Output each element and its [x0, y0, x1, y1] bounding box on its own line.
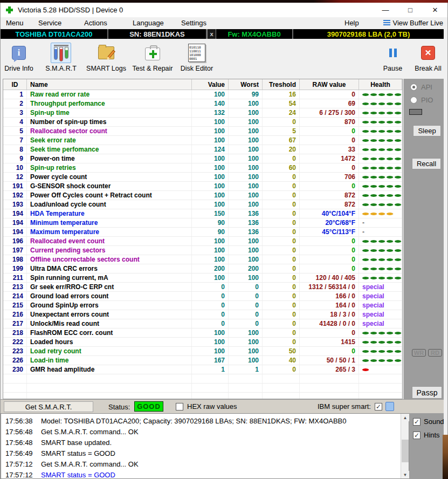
passp-button[interactable]: Passp: [412, 386, 442, 399]
smart-table-row[interactable]: 8Seek time perfomance1241002033: [3, 145, 402, 154]
health-dot-icon: [362, 268, 369, 270]
cell-name: Unlock/Mis read count: [27, 319, 192, 328]
smart-table-row[interactable]: 216Unexpectant errors count00018 / 3 / 0…: [3, 310, 402, 319]
smart-table-row[interactable]: 198Offline uncorrectable sectors count10…: [3, 255, 402, 264]
cell-worst: 100: [229, 191, 263, 200]
screen: Victoria 5.28 HDD/SSD | Device 0 — □ ✕ M…: [0, 0, 448, 479]
menu-item-actions[interactable]: Actions: [84, 19, 107, 27]
api-radio[interactable]: [410, 84, 417, 91]
sleep-button[interactable]: Sleep: [413, 125, 441, 136]
menu-item-settings[interactable]: Settings: [181, 19, 206, 27]
scrollbar-thumb[interactable]: [402, 440, 409, 462]
smart-table-row[interactable]: 1Raw read error rate10099160: [3, 90, 402, 99]
pause-button[interactable]: Pause: [378, 43, 408, 72]
smart-table-row[interactable]: 214Ground load errors count000166 / 0spe…: [3, 292, 402, 301]
cell-raw-value: 1312 / 56314 / 0: [300, 283, 359, 291]
menu-item-menu[interactable]: Menu: [6, 19, 24, 27]
smart-table-row[interactable]: 193Load/unload cycle count1001000872: [3, 200, 402, 209]
hints-checkbox[interactable]: ✓: [413, 432, 421, 439]
disk-editor-button[interactable]: 010110 110011 101000 0001 Disk Editor: [176, 43, 217, 72]
blue-indicator-square[interactable]: [385, 402, 394, 411]
scroll-down-arrow-icon[interactable]: ▼: [401, 471, 409, 478]
rd-button[interactable]: RD: [428, 349, 442, 357]
header-worst[interactable]: Worst: [229, 79, 263, 90]
smart-table-row[interactable]: 2Throughput perfomance1401005469: [3, 99, 402, 108]
empty-cell: [192, 393, 229, 399]
get-smart-button[interactable]: Get S.M.A.R.T.: [4, 401, 93, 412]
health-dot-icon: [387, 332, 394, 334]
smart-table-row[interactable]: 9Power-on time10010001472: [3, 154, 402, 163]
cell-id: 193: [3, 200, 27, 209]
smart-table-row[interactable]: 223Load retry count100100500: [3, 347, 402, 356]
smart-table-row[interactable]: 226Load-in time1671004050 / 50 / 1: [3, 356, 402, 365]
smart-table-row[interactable]: 4Number of spin-up times1001000870: [3, 118, 402, 127]
smart-table-row[interactable]: 5Reallocated sector count10010050: [3, 127, 402, 136]
break-all-button[interactable]: ✕ Break All: [411, 43, 445, 72]
header-health[interactable]: Health: [359, 79, 402, 90]
cell-id: 194: [3, 209, 27, 218]
smart-table-row[interactable]: 215Ground SpinUp errors000164 / 0special: [3, 301, 402, 310]
ibm-super-smart-checkbox[interactable]: ✓: [375, 403, 382, 410]
smart-table-row[interactable]: 194Minimum temperature90136020°C/68°F-: [3, 218, 402, 228]
header-raw-value[interactable]: RAW value: [300, 79, 359, 90]
smart-table-row[interactable]: 230GMR head amplitude110265 / 3: [3, 365, 402, 374]
smart-table-row[interactable]: 222Loaded hours10010001415: [3, 338, 402, 347]
drive-info-button[interactable]: i Drive Info: [2, 43, 36, 72]
right-sidebar: API PIO Sleep Recall WR RD Passp: [403, 79, 444, 399]
health-dot-icon: [362, 121, 369, 124]
maximize-button[interactable]: □: [398, 3, 423, 17]
smart-table-row[interactable]: 10Spin-up retries100100600: [3, 163, 402, 173]
scroll-up-arrow-icon[interactable]: ▲: [401, 414, 409, 421]
cell-health: [359, 118, 402, 126]
header-treshold[interactable]: Treshold: [263, 79, 300, 90]
header-id[interactable]: ID: [3, 79, 27, 90]
health-dot-icon: [378, 158, 385, 160]
pio-radio[interactable]: [410, 97, 417, 104]
app-green-cross-icon: [6, 6, 13, 13]
smart-button[interactable]: S.M.A.R.T: [44, 43, 78, 72]
smart-table-row[interactable]: 7Seek error rate100100670: [3, 136, 402, 145]
wr-button[interactable]: WR: [412, 349, 426, 357]
cell-health: special: [359, 319, 402, 328]
view-buffer-live-button[interactable]: View Buffer Live: [383, 19, 443, 27]
minimize-button[interactable]: —: [373, 3, 398, 17]
smart-logs-button[interactable]: SMART Logs: [85, 43, 128, 72]
smart-table-row[interactable]: 211Spin running current, mA1001000120 / …: [3, 273, 402, 283]
menu-item-language[interactable]: Language: [133, 19, 164, 27]
health-dot-icon: [370, 176, 377, 179]
smart-table-row[interactable]: 196Reallocated event count10010000: [3, 237, 402, 246]
test-repair-button[interactable]: Test & Repair: [130, 43, 175, 72]
smart-table-row[interactable]: 192Power Off Cycles count + Retract coun…: [3, 191, 402, 200]
smart-table-row[interactable]: 197Current pending sectors10010000: [3, 246, 402, 255]
hex-raw-values-checkbox[interactable]: [176, 403, 183, 410]
smart-table-row[interactable]: 194Maximum temperature90136045°C/113°F-: [3, 228, 402, 237]
cell-health: [359, 99, 402, 108]
smart-table-row[interactable]: 213Gr seek err/RRO-C ERP cnt0001312 / 56…: [3, 283, 402, 292]
header-name[interactable]: Name: [27, 79, 192, 90]
cell-id: 198: [3, 255, 27, 264]
health-dot-icon: [387, 350, 394, 353]
smart-table-row[interactable]: 199Ultra DMA CRC errors20020000: [3, 264, 402, 273]
drive-bar-x-button[interactable]: x: [207, 29, 216, 39]
empty-cell: [192, 374, 229, 383]
close-button[interactable]: ✕: [423, 3, 447, 17]
log-scrollbar[interactable]: ▲ ▼: [401, 414, 409, 478]
health-dot-icon: [378, 176, 385, 179]
smart-table-row[interactable]: 191G-SENSOR shock counter10010000: [3, 182, 402, 191]
smart-table-row[interactable]: 12Power cycle count1001000706: [3, 173, 402, 182]
sound-checkbox[interactable]: ✓: [413, 418, 421, 426]
smart-table-row[interactable]: 3Spin-up time132100246 / 275 / 300: [3, 108, 402, 118]
header-value[interactable]: Value: [192, 79, 229, 90]
recall-button[interactable]: Recall: [412, 158, 441, 169]
menu-item-help[interactable]: Help: [344, 19, 359, 27]
smart-table-row[interactable]: 218FlashROM ECC corr. count10010000: [3, 329, 402, 338]
health-dot-icon: [370, 203, 377, 206]
menu-item-service[interactable]: Service: [38, 19, 61, 27]
cell-worst: 136: [229, 218, 263, 227]
health-dot-icon: [387, 277, 394, 279]
cell-worst: 100: [229, 273, 263, 282]
cell-health: [359, 200, 402, 209]
hints-label: Hints: [424, 431, 440, 439]
smart-table-row[interactable]: 217Unlock/Mis read count00041428 / 0 / 0…: [3, 319, 402, 329]
smart-table-row[interactable]: 194HDA Temperature150136040°C/104°F: [3, 209, 402, 218]
